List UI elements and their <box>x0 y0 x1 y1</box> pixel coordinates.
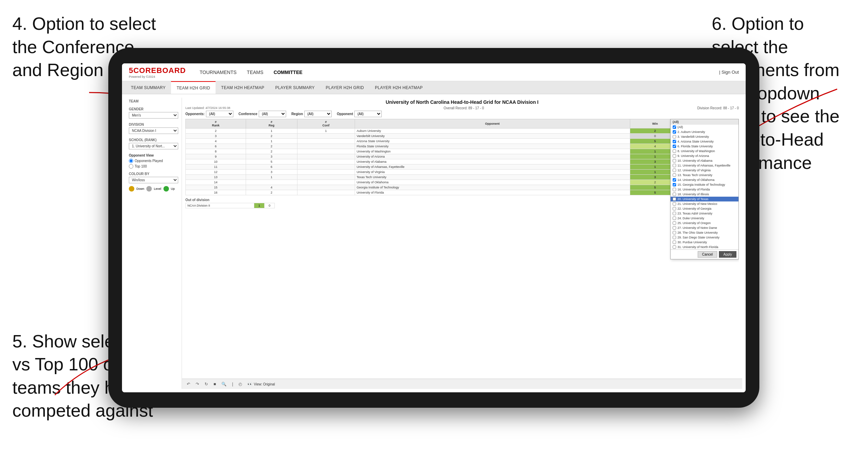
dropdown-item[interactable]: 20. University of Texas <box>671 197 738 201</box>
dropdown-item[interactable]: 23. Texas A&M University <box>671 211 738 216</box>
dropdown-checkbox[interactable] <box>673 145 676 148</box>
filter-row: Opponents: (All) Conference (All) <box>185 111 739 117</box>
table-row[interactable]: 16 2 University of Florida 5 1 <box>186 190 739 195</box>
dropdown-item[interactable]: 6. Florida State University <box>671 144 738 149</box>
subnav-player-h2h-grid[interactable]: PLAYER H2H GRID <box>320 81 369 94</box>
dropdown-item[interactable]: 2. Auburn University <box>671 130 738 134</box>
sidebar-radio-top100[interactable]: Top 100 <box>129 164 178 169</box>
out-cell-win: 1 <box>254 203 265 208</box>
dropdown-checkbox[interactable] <box>673 125 676 129</box>
dropdown-checkbox[interactable] <box>673 130 676 134</box>
dropdown-checkbox[interactable] <box>673 188 676 191</box>
filter-region-select[interactable]: (All) <box>304 111 332 117</box>
table-row[interactable]: 2 1 1 Auburn University 2 1 <box>186 128 739 134</box>
subnav-team-h2h-heatmap[interactable]: TEAM H2H HEATMAP <box>216 81 270 94</box>
dropdown-checkbox[interactable] <box>673 212 676 215</box>
home-button[interactable]: ■ <box>212 381 217 387</box>
dropdown-item[interactable]: 28. The Ohio State University <box>671 230 738 235</box>
nav-committee[interactable]: COMMITTEE <box>274 70 303 75</box>
dropdown-item[interactable]: 10. University of Alabama <box>671 158 738 163</box>
table-row[interactable]: 13 1 Texas Tech University 3 0 <box>186 175 739 180</box>
dropdown-checkbox[interactable] <box>673 202 676 206</box>
sidebar-colour-select[interactable]: Win/loss <box>129 177 178 183</box>
table-row[interactable]: 3 2 Vanderbilt University 0 4 <box>186 134 739 139</box>
sidebar-school-select[interactable]: 1. University of Nort... <box>129 143 178 149</box>
table-row[interactable]: 9 3 University of Arizona 1 0 <box>186 154 739 159</box>
dropdown-checkbox[interactable] <box>673 149 676 153</box>
dropdown-item[interactable]: 24. Duke University <box>671 216 738 221</box>
dropdown-checkbox[interactable] <box>673 140 676 143</box>
dropdown-item[interactable]: 9. University of Arizona <box>671 153 738 158</box>
nav-tournaments[interactable]: TOURNAMENTS <box>199 70 236 75</box>
dropdown-checkbox[interactable] <box>673 159 676 162</box>
dropdown-item[interactable]: 29. San Diego State University <box>671 235 738 240</box>
opponent-dropdown[interactable]: (All) (All) 2. Auburn University 3. Vand… <box>670 119 739 259</box>
view-original-btn[interactable]: 👀 View: Original <box>246 381 276 387</box>
dropdown-item[interactable]: 13. Texas Tech University <box>671 173 738 177</box>
refresh-button[interactable]: ↻ <box>203 381 209 387</box>
dropdown-checkbox[interactable] <box>673 236 676 239</box>
subnav-player-h2h-heatmap[interactable]: PLAYER H2H HEATMAP <box>369 81 428 94</box>
filter-conference-select[interactable]: (All) <box>259 111 286 117</box>
dropdown-checkbox[interactable] <box>673 245 676 249</box>
apply-button[interactable]: Apply <box>719 251 736 258</box>
dropdown-checkbox[interactable] <box>673 178 676 182</box>
dropdown-checkbox[interactable] <box>673 183 676 186</box>
dropdown-item[interactable]: 3. Vanderbilt University <box>671 134 738 139</box>
sidebar-division-select[interactable]: NCAA Division I <box>129 127 178 134</box>
undo-button[interactable]: ↶ <box>185 381 192 387</box>
dropdown-checkbox[interactable] <box>673 135 676 138</box>
table-row[interactable]: 12 3 University of Virginia 1 0 <box>186 170 739 175</box>
dropdown-item[interactable]: 11. University of Arkansas, Fayetteville <box>671 163 738 168</box>
dropdown-item[interactable]: 8. University of Washington <box>671 149 738 153</box>
dropdown-checkbox[interactable] <box>673 226 676 230</box>
dropdown-item-label: 2. Auburn University <box>677 130 705 134</box>
dropdown-checkbox[interactable] <box>673 231 676 234</box>
dropdown-item[interactable]: 31. University of North Florida <box>671 245 738 249</box>
nav-teams[interactable]: TEAMS <box>247 70 263 75</box>
table-row[interactable]: 15 4 Georgia Institute of Technology 5 1 <box>186 185 739 190</box>
subnav-player-summary[interactable]: PLAYER SUMMARY <box>270 81 320 94</box>
dropdown-item[interactable]: 15. Georgia Institute of Technology <box>671 182 738 187</box>
subnav-team-h2h-grid[interactable]: TEAM H2H GRID <box>171 81 216 94</box>
subnav-team-summary[interactable]: TEAM SUMMARY <box>125 81 171 94</box>
dropdown-item[interactable]: 14. University of Oklahoma <box>671 177 738 182</box>
dropdown-checkbox[interactable] <box>673 173 676 177</box>
dropdown-checkbox[interactable] <box>673 241 676 244</box>
dropdown-checkbox[interactable] <box>673 169 676 172</box>
dropdown-item[interactable]: 16. University of Florida <box>671 187 738 192</box>
dropdown-item[interactable]: (All) <box>671 125 738 130</box>
cancel-button[interactable]: Cancel <box>698 251 717 258</box>
dropdown-checkbox[interactable] <box>673 154 676 158</box>
dropdown-item[interactable]: 22. University of Georgia <box>671 206 738 211</box>
filter-opponents-select[interactable]: (All) <box>206 111 233 117</box>
dropdown-item[interactable]: 18. University of Illinois <box>671 192 738 197</box>
dropdown-item[interactable]: 21. University of New Mexico <box>671 201 738 206</box>
sidebar-gender-select[interactable]: Men's <box>129 112 178 119</box>
filter-opponent-select[interactable]: (All) <box>354 111 382 117</box>
dropdown-checkbox[interactable] <box>673 193 676 196</box>
table-row[interactable]: 4 1 Arizona State University 5 1 <box>186 139 739 144</box>
nav-signout[interactable]: | Sign Out <box>719 70 739 75</box>
table-row[interactable]: 8 2 University of Washington 1 0 <box>186 149 739 154</box>
zoom-in-button[interactable]: 🔍 <box>220 381 228 387</box>
sidebar-radio-opponents-played[interactable]: Opponents Played <box>129 159 178 163</box>
table-row[interactable]: 10 5 University of Alabama 3 0 <box>186 159 739 164</box>
dropdown-item[interactable]: 25. University of Oregon <box>671 221 738 225</box>
dropdown-checkbox[interactable] <box>673 217 676 220</box>
table-row[interactable]: 11 6 University of Arkansas, Fayettevill… <box>186 164 739 170</box>
dropdown-item[interactable]: 27. University of Notre Dame <box>671 225 738 230</box>
dropdown-checkbox[interactable] <box>673 207 676 210</box>
dropdown-item[interactable]: 12. University of Virginia <box>671 168 738 173</box>
table-row[interactable]: 6 2 Florida State University 4 2 <box>186 144 739 149</box>
radio-opponents-played-input[interactable] <box>129 159 133 163</box>
dropdown-checkbox[interactable] <box>673 164 676 167</box>
radio-top100-input[interactable] <box>129 164 133 169</box>
sidebar-gender-label: Gender <box>129 107 178 111</box>
dropdown-item[interactable]: 4. Arizona State University <box>671 139 738 144</box>
table-row[interactable]: 14 University of Oklahoma 2 2 <box>186 180 739 185</box>
dropdown-checkbox[interactable] <box>673 221 676 225</box>
dropdown-item[interactable]: 30. Purdue University <box>671 240 738 245</box>
redo-button[interactable]: ↷ <box>194 381 200 387</box>
dropdown-checkbox[interactable] <box>673 197 676 201</box>
